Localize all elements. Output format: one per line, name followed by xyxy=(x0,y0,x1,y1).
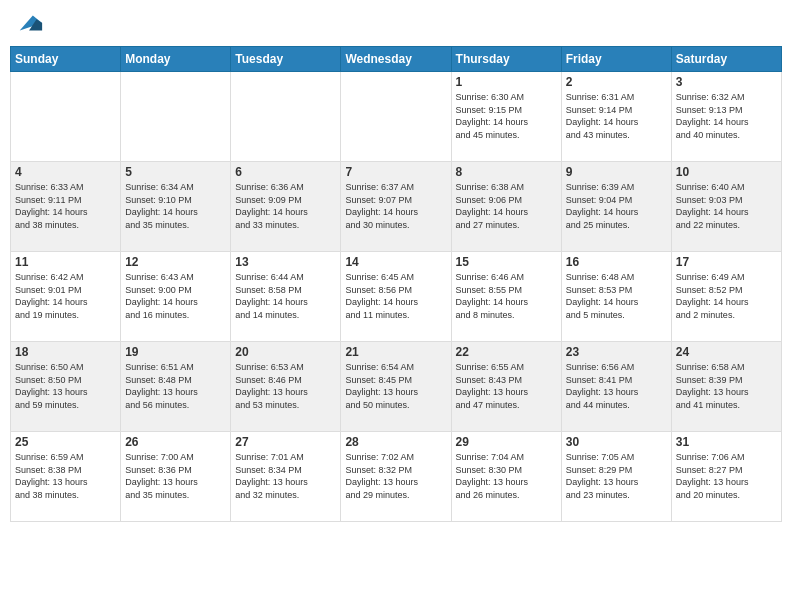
calendar-cell: 20Sunrise: 6:53 AM Sunset: 8:46 PM Dayli… xyxy=(231,342,341,432)
day-info: Sunrise: 6:38 AM Sunset: 9:06 PM Dayligh… xyxy=(456,181,557,231)
logo-icon xyxy=(16,10,44,38)
calendar-cell: 14Sunrise: 6:45 AM Sunset: 8:56 PM Dayli… xyxy=(341,252,451,342)
calendar-header-row: SundayMondayTuesdayWednesdayThursdayFrid… xyxy=(11,47,782,72)
day-number: 2 xyxy=(566,75,667,89)
day-info: Sunrise: 6:43 AM Sunset: 9:00 PM Dayligh… xyxy=(125,271,226,321)
calendar-cell: 21Sunrise: 6:54 AM Sunset: 8:45 PM Dayli… xyxy=(341,342,451,432)
day-info: Sunrise: 7:06 AM Sunset: 8:27 PM Dayligh… xyxy=(676,451,777,501)
day-number: 20 xyxy=(235,345,336,359)
day-info: Sunrise: 7:02 AM Sunset: 8:32 PM Dayligh… xyxy=(345,451,446,501)
day-info: Sunrise: 6:33 AM Sunset: 9:11 PM Dayligh… xyxy=(15,181,116,231)
calendar-cell: 9Sunrise: 6:39 AM Sunset: 9:04 PM Daylig… xyxy=(561,162,671,252)
day-info: Sunrise: 6:37 AM Sunset: 9:07 PM Dayligh… xyxy=(345,181,446,231)
logo xyxy=(14,10,44,38)
calendar-cell: 6Sunrise: 6:36 AM Sunset: 9:09 PM Daylig… xyxy=(231,162,341,252)
day-number: 24 xyxy=(676,345,777,359)
calendar-cell: 19Sunrise: 6:51 AM Sunset: 8:48 PM Dayli… xyxy=(121,342,231,432)
calendar-cell: 15Sunrise: 6:46 AM Sunset: 8:55 PM Dayli… xyxy=(451,252,561,342)
calendar-day-header: Monday xyxy=(121,47,231,72)
day-number: 10 xyxy=(676,165,777,179)
day-info: Sunrise: 6:48 AM Sunset: 8:53 PM Dayligh… xyxy=(566,271,667,321)
day-number: 5 xyxy=(125,165,226,179)
day-info: Sunrise: 6:44 AM Sunset: 8:58 PM Dayligh… xyxy=(235,271,336,321)
day-number: 31 xyxy=(676,435,777,449)
calendar-cell: 23Sunrise: 6:56 AM Sunset: 8:41 PM Dayli… xyxy=(561,342,671,432)
header xyxy=(10,10,782,38)
day-info: Sunrise: 6:32 AM Sunset: 9:13 PM Dayligh… xyxy=(676,91,777,141)
day-info: Sunrise: 6:45 AM Sunset: 8:56 PM Dayligh… xyxy=(345,271,446,321)
day-number: 3 xyxy=(676,75,777,89)
day-info: Sunrise: 6:39 AM Sunset: 9:04 PM Dayligh… xyxy=(566,181,667,231)
day-number: 9 xyxy=(566,165,667,179)
day-number: 26 xyxy=(125,435,226,449)
day-number: 4 xyxy=(15,165,116,179)
day-number: 19 xyxy=(125,345,226,359)
calendar-week-row: 11Sunrise: 6:42 AM Sunset: 9:01 PM Dayli… xyxy=(11,252,782,342)
day-info: Sunrise: 6:34 AM Sunset: 9:10 PM Dayligh… xyxy=(125,181,226,231)
day-info: Sunrise: 6:55 AM Sunset: 8:43 PM Dayligh… xyxy=(456,361,557,411)
day-number: 30 xyxy=(566,435,667,449)
calendar-cell: 7Sunrise: 6:37 AM Sunset: 9:07 PM Daylig… xyxy=(341,162,451,252)
calendar-cell: 26Sunrise: 7:00 AM Sunset: 8:36 PM Dayli… xyxy=(121,432,231,522)
calendar: SundayMondayTuesdayWednesdayThursdayFrid… xyxy=(10,46,782,522)
day-number: 1 xyxy=(456,75,557,89)
calendar-week-row: 1Sunrise: 6:30 AM Sunset: 9:15 PM Daylig… xyxy=(11,72,782,162)
calendar-day-header: Thursday xyxy=(451,47,561,72)
calendar-cell: 10Sunrise: 6:40 AM Sunset: 9:03 PM Dayli… xyxy=(671,162,781,252)
day-number: 21 xyxy=(345,345,446,359)
calendar-cell xyxy=(341,72,451,162)
day-number: 7 xyxy=(345,165,446,179)
calendar-cell: 1Sunrise: 6:30 AM Sunset: 9:15 PM Daylig… xyxy=(451,72,561,162)
calendar-day-header: Friday xyxy=(561,47,671,72)
calendar-cell: 12Sunrise: 6:43 AM Sunset: 9:00 PM Dayli… xyxy=(121,252,231,342)
calendar-week-row: 18Sunrise: 6:50 AM Sunset: 8:50 PM Dayli… xyxy=(11,342,782,432)
calendar-cell xyxy=(121,72,231,162)
day-number: 28 xyxy=(345,435,446,449)
day-info: Sunrise: 7:04 AM Sunset: 8:30 PM Dayligh… xyxy=(456,451,557,501)
day-info: Sunrise: 7:01 AM Sunset: 8:34 PM Dayligh… xyxy=(235,451,336,501)
day-info: Sunrise: 6:40 AM Sunset: 9:03 PM Dayligh… xyxy=(676,181,777,231)
calendar-cell: 11Sunrise: 6:42 AM Sunset: 9:01 PM Dayli… xyxy=(11,252,121,342)
calendar-cell: 18Sunrise: 6:50 AM Sunset: 8:50 PM Dayli… xyxy=(11,342,121,432)
calendar-cell: 27Sunrise: 7:01 AM Sunset: 8:34 PM Dayli… xyxy=(231,432,341,522)
calendar-cell: 30Sunrise: 7:05 AM Sunset: 8:29 PM Dayli… xyxy=(561,432,671,522)
calendar-cell: 24Sunrise: 6:58 AM Sunset: 8:39 PM Dayli… xyxy=(671,342,781,432)
calendar-cell: 28Sunrise: 7:02 AM Sunset: 8:32 PM Dayli… xyxy=(341,432,451,522)
day-info: Sunrise: 6:50 AM Sunset: 8:50 PM Dayligh… xyxy=(15,361,116,411)
day-info: Sunrise: 7:00 AM Sunset: 8:36 PM Dayligh… xyxy=(125,451,226,501)
day-info: Sunrise: 6:54 AM Sunset: 8:45 PM Dayligh… xyxy=(345,361,446,411)
calendar-cell: 22Sunrise: 6:55 AM Sunset: 8:43 PM Dayli… xyxy=(451,342,561,432)
calendar-cell: 4Sunrise: 6:33 AM Sunset: 9:11 PM Daylig… xyxy=(11,162,121,252)
day-info: Sunrise: 6:36 AM Sunset: 9:09 PM Dayligh… xyxy=(235,181,336,231)
day-info: Sunrise: 6:59 AM Sunset: 8:38 PM Dayligh… xyxy=(15,451,116,501)
day-number: 8 xyxy=(456,165,557,179)
calendar-cell: 8Sunrise: 6:38 AM Sunset: 9:06 PM Daylig… xyxy=(451,162,561,252)
day-number: 29 xyxy=(456,435,557,449)
day-number: 6 xyxy=(235,165,336,179)
calendar-cell: 17Sunrise: 6:49 AM Sunset: 8:52 PM Dayli… xyxy=(671,252,781,342)
calendar-cell: 16Sunrise: 6:48 AM Sunset: 8:53 PM Dayli… xyxy=(561,252,671,342)
day-info: Sunrise: 6:31 AM Sunset: 9:14 PM Dayligh… xyxy=(566,91,667,141)
day-number: 17 xyxy=(676,255,777,269)
calendar-day-header: Tuesday xyxy=(231,47,341,72)
day-info: Sunrise: 6:30 AM Sunset: 9:15 PM Dayligh… xyxy=(456,91,557,141)
day-info: Sunrise: 6:56 AM Sunset: 8:41 PM Dayligh… xyxy=(566,361,667,411)
day-number: 11 xyxy=(15,255,116,269)
calendar-day-header: Saturday xyxy=(671,47,781,72)
calendar-cell: 5Sunrise: 6:34 AM Sunset: 9:10 PM Daylig… xyxy=(121,162,231,252)
day-number: 27 xyxy=(235,435,336,449)
calendar-cell: 2Sunrise: 6:31 AM Sunset: 9:14 PM Daylig… xyxy=(561,72,671,162)
day-number: 12 xyxy=(125,255,226,269)
page: SundayMondayTuesdayWednesdayThursdayFrid… xyxy=(0,0,792,532)
calendar-cell: 31Sunrise: 7:06 AM Sunset: 8:27 PM Dayli… xyxy=(671,432,781,522)
day-info: Sunrise: 6:58 AM Sunset: 8:39 PM Dayligh… xyxy=(676,361,777,411)
day-info: Sunrise: 6:53 AM Sunset: 8:46 PM Dayligh… xyxy=(235,361,336,411)
day-number: 16 xyxy=(566,255,667,269)
day-number: 15 xyxy=(456,255,557,269)
calendar-cell xyxy=(231,72,341,162)
calendar-cell: 13Sunrise: 6:44 AM Sunset: 8:58 PM Dayli… xyxy=(231,252,341,342)
day-info: Sunrise: 6:42 AM Sunset: 9:01 PM Dayligh… xyxy=(15,271,116,321)
day-info: Sunrise: 6:49 AM Sunset: 8:52 PM Dayligh… xyxy=(676,271,777,321)
calendar-cell xyxy=(11,72,121,162)
calendar-cell: 29Sunrise: 7:04 AM Sunset: 8:30 PM Dayli… xyxy=(451,432,561,522)
